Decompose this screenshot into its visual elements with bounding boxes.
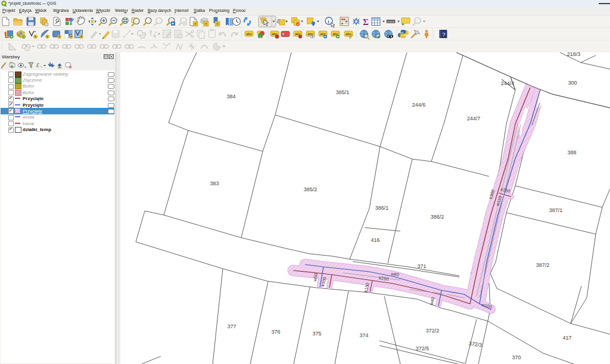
svg-text:300: 300	[568, 80, 577, 86]
svg-text:372/5: 372/5	[416, 346, 430, 351]
svg-text:417: 417	[562, 335, 571, 341]
svg-text:218/3: 218/3	[567, 52, 581, 57]
svg-text:387/2: 387/2	[536, 262, 550, 268]
svg-text:386/2: 386/2	[431, 214, 444, 220]
svg-text:371: 371	[417, 263, 426, 269]
svg-text:Ɛ: Ɛ	[36, 62, 39, 69]
svg-text:244/4: 244/4	[501, 80, 515, 86]
svg-text:377: 377	[227, 323, 236, 329]
svg-text:384: 384	[226, 94, 235, 99]
svg-text:370: 370	[512, 354, 521, 360]
svg-text:388: 388	[567, 150, 576, 155]
svg-text:Σ: Σ	[363, 17, 369, 27]
svg-text:385/1: 385/1	[336, 89, 350, 95]
svg-text:386/1: 386/1	[375, 205, 389, 211]
svg-text:372/2: 372/2	[426, 328, 440, 334]
svg-text:385/2: 385/2	[304, 186, 318, 192]
svg-text:376: 376	[271, 329, 280, 335]
svg-text:374: 374	[359, 332, 368, 338]
svg-text:Ɛ: Ɛ	[277, 18, 280, 24]
svg-text:244/6: 244/6	[412, 102, 426, 108]
svg-text:375: 375	[312, 331, 321, 337]
svg-text:244/7: 244/7	[467, 116, 481, 122]
svg-text:387/1: 387/1	[549, 207, 563, 213]
svg-text:416: 416	[371, 237, 379, 243]
svg-text:?: ?	[442, 32, 445, 38]
svg-text:383: 383	[210, 181, 219, 186]
